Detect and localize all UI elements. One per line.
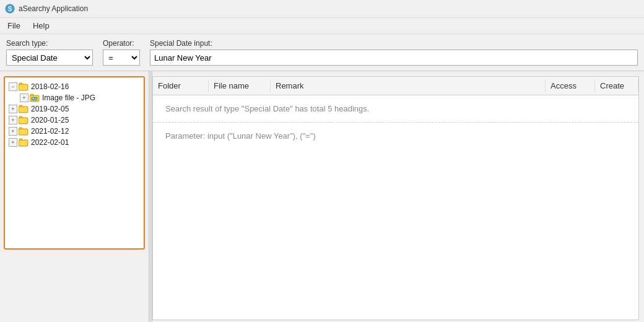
expand-icon-2019[interactable]: + [9,105,17,113]
tree-label-2018: 2018-02-16 [31,82,69,91]
tree-label-2020: 2020-01-25 [31,116,69,124]
operator-select[interactable]: = != < > [103,50,140,66]
col-header-folder: Folder [153,79,209,92]
tree-item-2021[interactable]: + 2021-02-12 [7,126,141,137]
result-info-row: Search result of type "Special Date" has… [153,95,638,123]
folder-icon-2021 [19,127,28,136]
app-title: aSearchy Application [19,4,88,13]
title-bar: S aSearchy Application [0,0,644,18]
tree-item-image-jpg[interactable]: + Image file - JPG [7,92,141,103]
operator-label: Operator: [103,39,140,48]
svg-rect-19 [19,128,22,129]
image-folder-icon [30,94,40,102]
svg-rect-16 [19,116,22,118]
expand-icon-image[interactable]: + [20,94,28,102]
col-header-access: Access [546,79,595,92]
svg-rect-7 [30,94,33,96]
results-header: Folder File name Remark Access Create [153,77,638,95]
svg-rect-17 [19,118,27,123]
main-area: − 2018-02-16 + [0,71,644,322]
special-date-label: Special Date input: [150,39,638,48]
menu-file[interactable]: File [2,19,25,32]
tree-label-2019: 2019-02-05 [31,105,69,113]
col-header-filename: File name [209,79,271,92]
tree-label-image-jpg: Image file - JPG [42,94,95,102]
tree-item-2020[interactable]: + 2020-01-25 [7,115,141,126]
operator-group: Operator: = != < > [103,39,140,66]
menu-help[interactable]: Help [28,19,54,32]
expand-icon-2020[interactable]: + [9,116,17,124]
svg-rect-23 [19,141,27,146]
svg-text:S: S [8,6,12,12]
result-param-row: Parameter: input ("Lunar New Year"), ("=… [153,123,638,149]
results-panel: Folder File name Remark Access Create Se… [152,76,639,320]
search-type-select[interactable]: Special Date File Name Folder Name Remar… [6,50,93,66]
tree-label-2021: 2021-02-12 [31,127,69,136]
svg-rect-14 [19,107,27,112]
tree-label-2022: 2022-02-01 [31,138,69,147]
search-type-label: Search type: [6,39,93,48]
folder-icon-2020 [19,116,28,124]
result-info-text: Search result of type "Special Date" has… [165,104,369,113]
svg-rect-22 [19,139,22,141]
app-icon: S [5,4,15,14]
tree-item-2019[interactable]: + 2019-02-05 [7,103,141,115]
svg-rect-20 [19,129,27,134]
special-date-group: Special Date input: [150,39,638,66]
folder-icon-2022 [19,138,28,147]
result-param-text: Parameter: input ("Lunar New Year"), ("=… [165,131,316,141]
tree-item-2022[interactable]: + 2022-02-01 [7,137,141,148]
tree-panel: − 2018-02-16 + [0,71,149,322]
expand-icon-2018[interactable]: − [9,82,17,91]
search-type-group: Search type: Special Date File Name Fold… [6,39,93,66]
col-header-create: Create [595,79,638,92]
svg-point-10 [33,98,34,99]
tree-box: − 2018-02-16 + [4,76,145,250]
expand-icon-2021[interactable]: + [9,127,17,136]
menu-bar: File Help [0,18,644,34]
col-header-remark: Remark [271,79,546,92]
svg-rect-4 [19,83,22,85]
expand-icon-2022[interactable]: + [9,138,17,147]
tree-item-2018[interactable]: − 2018-02-16 [7,81,141,92]
toolbar: Search type: Special Date File Name Fold… [0,34,644,71]
special-date-input[interactable] [150,50,638,66]
results-body: Search result of type "Special Date" has… [153,95,638,320]
svg-rect-13 [19,105,22,107]
svg-rect-5 [19,85,27,90]
folder-icon-2018 [19,82,28,91]
folder-icon-2019 [19,105,28,113]
